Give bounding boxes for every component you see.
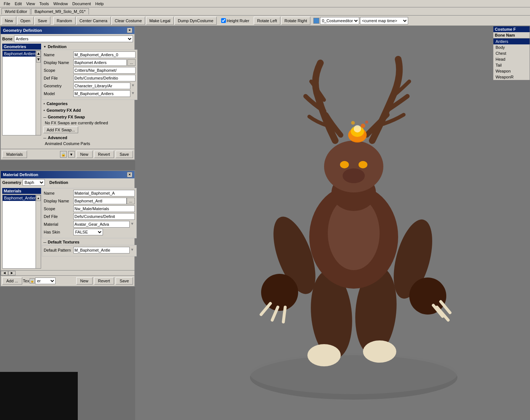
bone-label: Bone bbox=[2, 37, 13, 41]
mat-displayname-browse-button[interactable]: ... bbox=[127, 198, 135, 204]
mat-geo-select-row: Geometry Baph Definition bbox=[1, 178, 134, 187]
def-model-input[interactable] bbox=[73, 90, 130, 97]
costume-panel-item-head[interactable]: Head bbox=[493, 56, 530, 62]
geo-revert-button[interactable]: Revert bbox=[94, 151, 114, 158]
mat-revert-button[interactable]: Revert bbox=[94, 277, 114, 285]
mat-hasskin-select[interactable]: FALSE TRUE bbox=[73, 229, 103, 235]
toolbar-height-ruler-checkbox[interactable]: Height Ruler bbox=[220, 18, 251, 23]
mat-new-button[interactable]: New bbox=[76, 277, 93, 285]
toolbar-save-button[interactable]: Save bbox=[34, 17, 50, 25]
mat-name-input[interactable] bbox=[73, 190, 135, 196]
geo-lock-icon-button[interactable]: 🔒 bbox=[60, 151, 67, 158]
mat-name-row: Name bbox=[44, 190, 135, 196]
geo-down-arrow-button[interactable]: ▼ bbox=[68, 151, 75, 158]
toolbar: New Open Save Random Center Camera Clear… bbox=[0, 16, 530, 26]
mat-tex-select[interactable]: er bbox=[35, 278, 56, 284]
menu-file[interactable]: File bbox=[1, 1, 13, 7]
definition-header[interactable]: ▼ Definition bbox=[42, 44, 137, 50]
geo-materials-button[interactable]: Materials bbox=[2, 151, 27, 158]
mat-tex-lock-icon[interactable]: 🔒 bbox=[30, 278, 35, 283]
costume-panel-item-body[interactable]: Body bbox=[493, 44, 530, 50]
mat-add-button[interactable]: Add ... bbox=[2, 277, 22, 285]
geometry-list-item[interactable]: Baphomet Antlers bbox=[3, 51, 41, 57]
menu-view[interactable]: View bbox=[24, 1, 37, 7]
def-displayname-browse-button[interactable]: ... bbox=[127, 59, 136, 66]
mat-panel-close-button[interactable]: ✕ bbox=[127, 172, 132, 177]
menu-window[interactable]: Window bbox=[51, 1, 70, 7]
mat-scope-input[interactable] bbox=[73, 205, 135, 212]
mat-hasskin-row: Has Skin FALSE TRUE bbox=[44, 229, 135, 235]
bone-select[interactable]: Antlers bbox=[14, 36, 133, 42]
costume-panel-item-antlers[interactable]: Antlers bbox=[493, 38, 530, 44]
toolbar-dump-dyncostume-button[interactable]: Dump DynCostume bbox=[174, 17, 217, 25]
mat-displayname-input[interactable] bbox=[73, 198, 127, 204]
advanced-header[interactable]: — Advanced bbox=[42, 135, 137, 141]
geo-panel-close-button[interactable]: ✕ bbox=[127, 28, 132, 33]
toolbar-clear-costume-button[interactable]: Clear Costume bbox=[111, 17, 145, 25]
mat-definition-content: Name Display Name ... Scope Def File bbox=[42, 188, 137, 238]
menu-edit[interactable]: Edit bbox=[13, 1, 24, 7]
advanced-section: — Advanced Animated Costume Parts bbox=[42, 135, 137, 147]
character-viewport-svg bbox=[135, 26, 530, 420]
materials-section-header: Materials bbox=[2, 188, 41, 194]
mat-deffile-input[interactable] bbox=[73, 213, 135, 220]
costume-panel-item-tail[interactable]: Tail bbox=[493, 62, 530, 68]
def-deffile-label: Def File bbox=[44, 76, 73, 80]
toolbar-map-time-select[interactable]: <current map time> bbox=[360, 17, 408, 24]
toolbar-rotate-right-button[interactable]: Rotate Right bbox=[281, 17, 310, 25]
toolbar-make-legal-button[interactable]: Make Legal bbox=[146, 17, 174, 25]
toolbar-new-button[interactable]: New bbox=[1, 17, 16, 25]
mat-material-input[interactable] bbox=[73, 221, 130, 228]
geo-fx-swap-header[interactable]: — Geometry FX Swap bbox=[42, 114, 137, 120]
categories-header[interactable]: + Categories bbox=[42, 101, 137, 107]
costume-panel-item-weapon[interactable]: Weapon bbox=[493, 68, 530, 74]
categories-label: Categories bbox=[47, 101, 68, 106]
default-textures-header[interactable]: — Default Textures bbox=[42, 239, 137, 245]
svg-line-10 bbox=[261, 303, 270, 315]
costume-panel-item-chest[interactable]: Chest bbox=[493, 50, 530, 56]
geo-new-button[interactable]: New bbox=[76, 151, 93, 158]
mat-horizontal-scrollbar[interactable]: ◀ ▶ bbox=[1, 270, 134, 275]
toolbar-rotate-left-button[interactable]: Rotate Left bbox=[254, 17, 280, 25]
mat-scroll-left[interactable]: ◀ bbox=[1, 271, 8, 275]
toolbar-center-camera-button[interactable]: Center Camera bbox=[76, 17, 111, 25]
toolbar-open-button[interactable]: Open bbox=[17, 17, 34, 25]
def-geometry-input[interactable] bbox=[73, 83, 130, 89]
default-textures-section: — Default Textures Default Pattern ▼ bbox=[42, 239, 137, 256]
no-fx-swap-text: No FX Swaps are currently defined bbox=[42, 120, 137, 126]
mat-def-label: Definition bbox=[49, 180, 68, 185]
geo-panel-titlebar[interactable]: Geometry Definition ✕ bbox=[1, 27, 134, 34]
mat-left-buttons: Add ... Tex 🔒 er bbox=[2, 277, 56, 285]
scrollbar-down[interactable]: ▼ bbox=[36, 57, 41, 63]
menu-tools[interactable]: Tools bbox=[37, 1, 51, 7]
mat-save-button[interactable]: Save bbox=[116, 277, 133, 285]
def-displayname-row: Display Name ... bbox=[44, 59, 136, 66]
geo-save-button[interactable]: Save bbox=[116, 151, 133, 158]
costume-panel-item-weaponr[interactable]: WeaponR bbox=[493, 74, 530, 80]
add-fx-swap-button[interactable]: Add FX Swap... bbox=[43, 127, 78, 133]
toolbar-random-button[interactable]: Random bbox=[53, 17, 76, 25]
menu-document[interactable]: Document bbox=[70, 1, 93, 7]
def-model-row: Model ▼ bbox=[44, 90, 136, 97]
tab-world-editor[interactable]: World Editor bbox=[1, 8, 30, 14]
def-deffile-input[interactable] bbox=[73, 75, 136, 81]
mat-panel-titlebar[interactable]: Material Definition ✕ bbox=[1, 171, 134, 178]
toolbar-view-select[interactable]: 0_Costumeeditor bbox=[320, 17, 359, 24]
mat-list-scrollbar[interactable]: ▲ bbox=[36, 195, 41, 268]
material-list-item[interactable]: Baphomet_Antlers bbox=[3, 195, 41, 201]
mat-geo-select[interactable]: Baph bbox=[23, 179, 45, 186]
default-pattern-label: Default Pattern bbox=[44, 248, 73, 252]
def-scope-input[interactable] bbox=[73, 67, 136, 74]
geo-fx-add-header[interactable]: + Geometry FX Add bbox=[42, 107, 137, 113]
def-name-input[interactable] bbox=[73, 51, 136, 58]
menu-help[interactable]: Help bbox=[93, 1, 106, 7]
def-displayname-input[interactable] bbox=[73, 59, 127, 66]
mat-scrollbar-up[interactable]: ▲ bbox=[36, 195, 41, 201]
mat-scroll-right[interactable]: ▶ bbox=[8, 271, 16, 275]
geo-list-scrollbar[interactable]: ▲ ▼ bbox=[36, 51, 41, 135]
scrollbar-up[interactable]: ▲ bbox=[36, 51, 41, 57]
tab-baphomet[interactable]: Baphomet_M9_Solo_M_01* bbox=[31, 8, 89, 14]
default-pattern-input[interactable] bbox=[73, 247, 130, 253]
svg-point-28 bbox=[365, 121, 368, 124]
mat-deffile-label: Def File bbox=[44, 214, 73, 219]
